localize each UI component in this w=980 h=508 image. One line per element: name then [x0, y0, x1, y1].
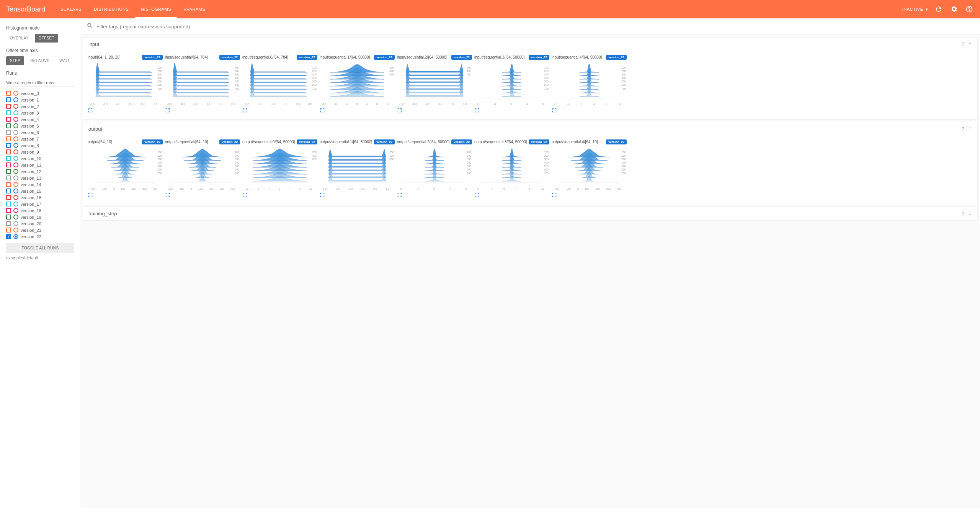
run-checkbox[interactable] — [6, 117, 11, 122]
gear-icon[interactable] — [949, 5, 959, 14]
chart-plot-area[interactable]: 200400600 — [242, 147, 317, 186]
run-row-version_16[interactable]: version_16 — [6, 194, 74, 201]
help-icon[interactable] — [965, 5, 974, 14]
run-radio[interactable] — [13, 234, 18, 239]
run-row-version_12[interactable]: version_12 — [6, 168, 74, 175]
run-radio[interactable] — [13, 215, 18, 220]
run-radio[interactable] — [13, 91, 18, 96]
run-radio[interactable] — [13, 195, 18, 200]
run-row-version_19[interactable]: version_19 — [6, 214, 74, 220]
fullscreen-icon[interactable] — [552, 192, 557, 198]
fullscreen-icon[interactable] — [320, 108, 325, 113]
chart-plot-area[interactable]: 100200300400500600700 — [165, 147, 240, 186]
run-row-version_0[interactable]: version_0 — [6, 90, 74, 97]
run-radio[interactable] — [13, 149, 18, 154]
refresh-icon[interactable] — [934, 5, 943, 14]
run-row-version_20[interactable]: version_20 — [6, 220, 74, 227]
fullscreen-icon[interactable] — [474, 192, 480, 198]
reload-status-dropdown[interactable]: INACTIVE ▾ — [902, 7, 928, 12]
chart-plot-area[interactable]: 100200300400500600700 — [397, 147, 472, 186]
run-row-version_1[interactable]: version_1 — [6, 97, 74, 103]
run-checkbox[interactable] — [6, 136, 11, 141]
fullscreen-icon[interactable] — [320, 192, 325, 198]
run-checkbox[interactable] — [6, 97, 11, 102]
run-radio[interactable] — [13, 117, 18, 122]
run-row-version_11[interactable]: version_11 — [6, 162, 74, 168]
run-radio[interactable] — [13, 175, 18, 180]
run-row-version_3[interactable]: version_3 — [6, 110, 74, 116]
run-checkbox[interactable] — [6, 156, 11, 161]
run-checkbox[interactable] — [6, 104, 11, 109]
fullscreen-icon[interactable] — [165, 192, 170, 198]
group-header[interactable]: input7⌃ — [83, 38, 977, 51]
run-radio[interactable] — [13, 156, 18, 161]
run-radio[interactable] — [13, 208, 18, 213]
runs-filter-input[interactable] — [6, 79, 74, 87]
run-radio[interactable] — [13, 136, 18, 141]
run-row-version_18[interactable]: version_18 — [6, 207, 74, 214]
run-radio[interactable] — [13, 188, 18, 193]
run-radio[interactable] — [13, 169, 18, 174]
chart-plot-area[interactable]: 200400600 — [320, 63, 395, 101]
run-checkbox[interactable] — [6, 123, 11, 128]
fullscreen-icon[interactable] — [242, 108, 248, 113]
run-checkbox[interactable] — [6, 202, 11, 206]
offset-mode-wall[interactable]: WALL — [56, 56, 74, 65]
fullscreen-icon[interactable] — [474, 108, 480, 113]
run-checkbox[interactable] — [6, 130, 11, 135]
run-checkbox[interactable] — [6, 149, 11, 154]
histogram-mode-overlay[interactable]: OVERLAY — [6, 34, 33, 43]
run-row-version_10[interactable]: version_10 — [6, 155, 74, 162]
tab-scalars[interactable]: SCALARS — [54, 0, 88, 18]
chart-plot-area[interactable]: 200400600 — [397, 63, 472, 101]
chart-plot-area[interactable]: 100200300400500600700 — [165, 63, 240, 101]
fullscreen-icon[interactable] — [397, 108, 402, 113]
run-checkbox[interactable] — [6, 228, 11, 233]
run-checkbox[interactable] — [6, 188, 11, 193]
offset-mode-relative[interactable]: RELATIVE — [26, 56, 53, 65]
fullscreen-icon[interactable] — [165, 108, 170, 113]
run-radio[interactable] — [13, 97, 18, 102]
run-row-version_15[interactable]: version_15 — [6, 188, 74, 194]
tag-filter-input[interactable] — [96, 24, 974, 29]
run-radio[interactable] — [13, 221, 18, 226]
chart-plot-area[interactable]: 100200300400500600700 — [88, 147, 163, 186]
run-checkbox[interactable] — [6, 234, 11, 239]
group-header[interactable]: training_step2⌄ — [83, 207, 977, 220]
run-radio[interactable] — [13, 110, 18, 115]
run-row-version_5[interactable]: version_5 — [6, 123, 74, 129]
histogram-mode-offset[interactable]: OFFSET — [35, 34, 58, 43]
chart-plot-area[interactable]: 100200300400500600700 — [474, 63, 549, 101]
fullscreen-icon[interactable] — [88, 192, 93, 198]
run-radio[interactable] — [13, 202, 18, 206]
chart-plot-area[interactable]: 100200300400500600700 — [552, 63, 627, 101]
run-checkbox[interactable] — [6, 195, 11, 200]
run-row-version_2[interactable]: version_2 — [6, 103, 74, 110]
run-row-version_7[interactable]: version_7 — [6, 136, 74, 142]
run-row-version_6[interactable]: version_6 — [6, 129, 74, 136]
run-row-version_9[interactable]: version_9 — [6, 149, 74, 155]
run-radio[interactable] — [13, 123, 18, 128]
fullscreen-icon[interactable] — [88, 108, 93, 113]
run-row-version_13[interactable]: version_13 — [6, 175, 74, 181]
run-radio[interactable] — [13, 162, 18, 167]
tab-distributions[interactable]: DISTRIBUTIONS — [88, 0, 135, 18]
run-checkbox[interactable] — [6, 215, 11, 220]
run-row-version_14[interactable]: version_14 — [6, 181, 74, 188]
run-checkbox[interactable] — [6, 162, 11, 167]
run-row-version_21[interactable]: version_21 — [6, 227, 74, 233]
run-checkbox[interactable] — [6, 169, 11, 174]
run-row-version_8[interactable]: version_8 — [6, 142, 74, 149]
run-radio[interactable] — [13, 182, 18, 187]
fullscreen-icon[interactable] — [242, 192, 248, 198]
run-checkbox[interactable] — [6, 182, 11, 187]
toggle-all-runs-button[interactable]: TOGGLE ALL RUNS — [6, 243, 74, 253]
run-checkbox[interactable] — [6, 91, 11, 96]
run-radio[interactable] — [13, 104, 18, 109]
run-checkbox[interactable] — [6, 175, 11, 180]
run-checkbox[interactable] — [6, 221, 11, 226]
run-radio[interactable] — [13, 143, 18, 148]
run-row-version_4[interactable]: version_4 — [6, 116, 74, 123]
chart-plot-area[interactable]: 100200300400500600700 — [242, 63, 317, 101]
run-row-version_17[interactable]: version_17 — [6, 201, 74, 207]
